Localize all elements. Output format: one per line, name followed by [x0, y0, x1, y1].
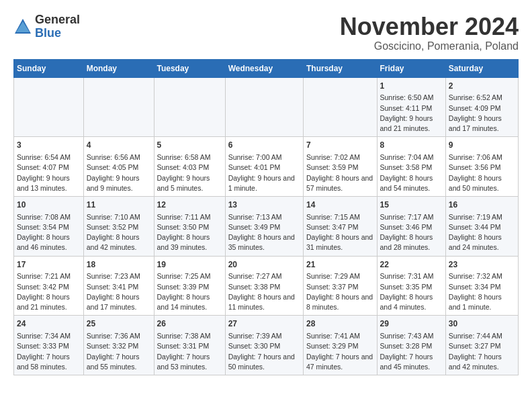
day-info: Sunrise: 7:31 AM Sunset: 3:35 PM Dayligh…: [380, 271, 443, 312]
day-number: 26: [157, 318, 222, 330]
day-number: 13: [228, 199, 300, 211]
day-info: Sunrise: 7:25 AM Sunset: 3:39 PM Dayligh…: [157, 271, 222, 312]
calendar-cell: 20Sunrise: 7:27 AM Sunset: 3:38 PM Dayli…: [225, 256, 303, 316]
day-number: 22: [380, 259, 443, 271]
weekday-header-sunday: Sunday: [14, 59, 84, 77]
weekday-header-tuesday: Tuesday: [154, 59, 225, 77]
day-info: Sunrise: 7:23 AM Sunset: 3:41 PM Dayligh…: [87, 271, 151, 312]
weekday-header-monday: Monday: [83, 59, 154, 77]
month-title: November 2024: [340, 13, 519, 40]
logo-general-text: General: [35, 13, 80, 27]
calendar-week-row: 17Sunrise: 7:21 AM Sunset: 3:42 PM Dayli…: [14, 256, 519, 316]
calendar-cell: 30Sunrise: 7:44 AM Sunset: 3:27 PM Dayli…: [445, 316, 518, 375]
calendar-cell: 19Sunrise: 7:25 AM Sunset: 3:39 PM Dayli…: [154, 256, 225, 316]
day-info: Sunrise: 7:34 AM Sunset: 3:33 PM Dayligh…: [17, 331, 81, 372]
calendar-cell: 11Sunrise: 7:10 AM Sunset: 3:52 PM Dayli…: [83, 196, 154, 256]
day-number: 4: [87, 140, 151, 151]
title-area: November 2024 Goscicino, Pomerania, Pola…: [340, 13, 519, 52]
calendar-table: SundayMondayTuesdayWednesdayThursdayFrid…: [13, 59, 519, 375]
calendar-cell: 5Sunrise: 6:58 AM Sunset: 4:03 PM Daylig…: [154, 137, 225, 197]
day-info: Sunrise: 7:00 AM Sunset: 4:01 PM Dayligh…: [228, 152, 300, 193]
day-info: Sunrise: 7:39 AM Sunset: 3:30 PM Dayligh…: [228, 331, 300, 372]
day-info: Sunrise: 7:04 AM Sunset: 3:58 PM Dayligh…: [380, 152, 443, 193]
logo-text: General Blue: [35, 13, 80, 40]
day-number: 14: [306, 199, 374, 211]
day-number: 25: [87, 318, 151, 330]
calendar-cell: 24Sunrise: 7:34 AM Sunset: 3:33 PM Dayli…: [14, 316, 84, 375]
day-info: Sunrise: 7:41 AM Sunset: 3:29 PM Dayligh…: [306, 331, 374, 372]
calendar-cell: 7Sunrise: 7:02 AM Sunset: 3:59 PM Daylig…: [303, 137, 377, 197]
day-info: Sunrise: 7:32 AM Sunset: 3:34 PM Dayligh…: [449, 271, 515, 312]
calendar-cell: 15Sunrise: 7:17 AM Sunset: 3:46 PM Dayli…: [377, 196, 445, 256]
day-number: 19: [157, 259, 222, 271]
day-number: 24: [17, 318, 81, 330]
calendar-cell: [303, 77, 377, 137]
calendar-cell: 12Sunrise: 7:11 AM Sunset: 3:50 PM Dayli…: [154, 196, 225, 256]
calendar-cell: 9Sunrise: 7:06 AM Sunset: 3:56 PM Daylig…: [445, 137, 518, 197]
day-number: 16: [449, 199, 515, 211]
day-number: 29: [380, 318, 443, 330]
weekday-header-row: SundayMondayTuesdayWednesdayThursdayFrid…: [14, 59, 519, 77]
calendar-cell: 16Sunrise: 7:19 AM Sunset: 3:44 PM Dayli…: [445, 196, 518, 256]
day-number: 20: [228, 259, 300, 271]
day-number: 28: [306, 318, 374, 330]
day-number: 17: [17, 259, 81, 271]
day-info: Sunrise: 7:21 AM Sunset: 3:42 PM Dayligh…: [17, 271, 81, 312]
weekday-header-saturday: Saturday: [445, 59, 518, 77]
day-info: Sunrise: 7:06 AM Sunset: 3:56 PM Dayligh…: [449, 152, 515, 193]
day-number: 9: [449, 140, 515, 151]
logo-blue-text: Blue: [35, 27, 80, 40]
calendar-cell: 23Sunrise: 7:32 AM Sunset: 3:34 PM Dayli…: [445, 256, 518, 316]
day-info: Sunrise: 7:08 AM Sunset: 3:54 PM Dayligh…: [17, 212, 81, 253]
day-number: 12: [157, 199, 222, 211]
calendar-cell: [83, 77, 154, 137]
day-info: Sunrise: 7:10 AM Sunset: 3:52 PM Dayligh…: [87, 212, 151, 253]
day-number: 1: [380, 81, 443, 92]
day-info: Sunrise: 7:43 AM Sunset: 3:28 PM Dayligh…: [380, 331, 443, 372]
day-info: Sunrise: 7:19 AM Sunset: 3:44 PM Dayligh…: [449, 212, 515, 253]
calendar-cell: 21Sunrise: 7:29 AM Sunset: 3:37 PM Dayli…: [303, 256, 377, 316]
day-number: 23: [449, 259, 515, 271]
day-info: Sunrise: 7:44 AM Sunset: 3:27 PM Dayligh…: [449, 331, 515, 372]
calendar-cell: 18Sunrise: 7:23 AM Sunset: 3:41 PM Dayli…: [83, 256, 154, 316]
calendar-cell: 17Sunrise: 7:21 AM Sunset: 3:42 PM Dayli…: [14, 256, 84, 316]
weekday-header-friday: Friday: [377, 59, 445, 77]
day-info: Sunrise: 7:15 AM Sunset: 3:47 PM Dayligh…: [306, 212, 374, 253]
calendar-week-row: 10Sunrise: 7:08 AM Sunset: 3:54 PM Dayli…: [14, 196, 519, 256]
calendar-header: SundayMondayTuesdayWednesdayThursdayFrid…: [14, 59, 519, 77]
weekday-header-wednesday: Wednesday: [225, 59, 303, 77]
calendar-week-row: 24Sunrise: 7:34 AM Sunset: 3:33 PM Dayli…: [14, 316, 519, 375]
calendar-cell: [154, 77, 225, 137]
calendar-body: 1Sunrise: 6:50 AM Sunset: 4:11 PM Daylig…: [14, 77, 519, 375]
svg-marker-1: [16, 21, 30, 32]
day-number: 5: [157, 140, 222, 151]
day-number: 27: [228, 318, 300, 330]
logo-icon: [13, 17, 32, 36]
day-number: 30: [449, 318, 515, 330]
day-info: Sunrise: 6:50 AM Sunset: 4:11 PM Dayligh…: [380, 93, 443, 134]
calendar-cell: 25Sunrise: 7:36 AM Sunset: 3:32 PM Dayli…: [83, 316, 154, 375]
day-info: Sunrise: 7:13 AM Sunset: 3:49 PM Dayligh…: [228, 212, 300, 253]
day-number: 2: [449, 81, 515, 92]
calendar-week-row: 1Sunrise: 6:50 AM Sunset: 4:11 PM Daylig…: [14, 77, 519, 137]
day-number: 21: [306, 259, 374, 271]
day-number: 6: [228, 140, 300, 151]
calendar-cell: 4Sunrise: 6:56 AM Sunset: 4:05 PM Daylig…: [83, 137, 154, 197]
location-subtitle: Goscicino, Pomerania, Poland: [340, 40, 519, 52]
calendar-cell: 29Sunrise: 7:43 AM Sunset: 3:28 PM Dayli…: [377, 316, 445, 375]
day-number: 3: [17, 140, 81, 151]
day-info: Sunrise: 6:56 AM Sunset: 4:05 PM Dayligh…: [87, 152, 151, 193]
calendar-cell: 1Sunrise: 6:50 AM Sunset: 4:11 PM Daylig…: [377, 77, 445, 137]
header: General Blue November 2024 Goscicino, Po…: [13, 13, 519, 52]
day-info: Sunrise: 7:02 AM Sunset: 3:59 PM Dayligh…: [306, 152, 374, 193]
calendar-cell: 2Sunrise: 6:52 AM Sunset: 4:09 PM Daylig…: [445, 77, 518, 137]
calendar-cell: [225, 77, 303, 137]
calendar-cell: [14, 77, 84, 137]
logo: General Blue: [13, 13, 80, 40]
day-info: Sunrise: 7:11 AM Sunset: 3:50 PM Dayligh…: [157, 212, 222, 253]
calendar-cell: 6Sunrise: 7:00 AM Sunset: 4:01 PM Daylig…: [225, 137, 303, 197]
calendar-cell: 27Sunrise: 7:39 AM Sunset: 3:30 PM Dayli…: [225, 316, 303, 375]
day-info: Sunrise: 7:36 AM Sunset: 3:32 PM Dayligh…: [87, 331, 151, 372]
day-info: Sunrise: 6:58 AM Sunset: 4:03 PM Dayligh…: [157, 152, 222, 193]
calendar-cell: 26Sunrise: 7:38 AM Sunset: 3:31 PM Dayli…: [154, 316, 225, 375]
